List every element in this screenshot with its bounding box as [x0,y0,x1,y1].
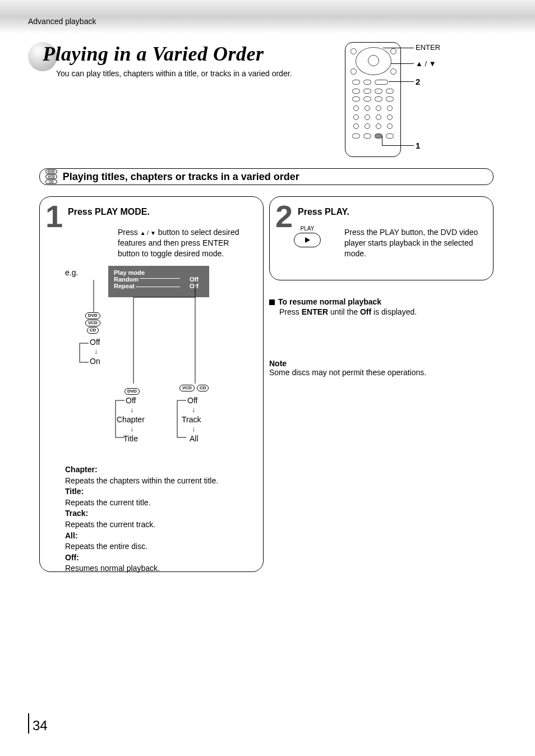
badge-dvd: DVD [85,312,100,319]
badge-dvd: DVD [45,169,57,174]
note-heading: Note [269,359,287,368]
repeat-dvd-chapter: Chapter [117,415,145,424]
step-2-title: Press PLAY. [298,207,481,217]
page-subtitle: You can play titles, chapters within a t… [56,69,336,78]
osd-header: Play mode [114,269,204,276]
callout-enter: ENTER [416,43,440,52]
osd-box: Play mode Random Off Repeat Off [108,266,209,297]
badge-cd: CD [87,327,99,334]
callout-2: 2 [416,77,420,86]
play-icon [294,233,321,247]
osd-repeat-label: Repeat [114,283,162,289]
play-button-graphic: PLAY [290,225,324,247]
repeat-vcdcd-off: Off [187,396,197,405]
disc-badges: DVD VCD CD [45,169,57,184]
osd-repeat-value: Off [190,283,199,289]
section-banner: DVD VCD CD Playing titles, chapters or t… [39,168,494,185]
arrow-down-icon: ↓ [130,406,133,414]
arrow-down-icon: ↓ [130,425,133,433]
repeat-dvd-title: Title [123,434,138,443]
svg-marker-13 [305,237,310,243]
up-down-icon: ▲ / ▼ [140,230,156,236]
callout-nav: ▲ / ▼ [416,59,436,68]
random-on: On [90,357,100,366]
remote-diagram: ENTER ▲ / ▼ 2 1 [345,42,457,157]
random-off: Off [90,338,100,347]
breadcrumb: Advanced playback [28,17,96,26]
repeat-vcdcd-track: Track [182,415,201,424]
step-1-title: Press PLAY MODE. [68,207,251,217]
resume-block: To resume normal playback Press ENTER un… [269,297,494,316]
random-badges: DVD VCD CD [85,312,100,334]
callout-1: 1 [416,141,420,150]
repeat-dvd-off: Off [126,396,136,405]
repeat-vcdcd-badges: VCD CD [179,385,209,391]
osd-random-label: Random [114,276,162,283]
step-1-number: 1 [45,198,63,234]
repeat-dvd-badge: DVD [124,385,140,395]
osd-random-value: Off [190,276,199,283]
arrow-down-icon: ↓ [192,406,195,414]
badge-vcd: VCD [45,174,57,179]
title-area: Playing in a Varied Order You can play t… [28,42,336,78]
eg-label: e.g. [65,268,78,277]
step-2-body: Press the PLAY button, the DVD video pla… [344,227,485,259]
note-body: Some discs may not permit these operatio… [269,368,426,377]
play-label: PLAY [290,225,324,232]
badge-cd: CD [45,179,57,184]
section-title: Playing titles, chapters or tracks in a … [63,171,299,183]
bullet-square-icon [269,299,275,305]
note-block: Note Some discs may not permit these ope… [269,359,494,377]
page-number: 34 [28,713,48,734]
step-1-instruction: Press ▲ / ▼ button to select desired fea… [118,227,252,259]
badge-vcd: VCD [85,320,100,326]
page-title: Playing in a Varied Order [43,42,336,66]
arrow-down-icon: ↓ [94,348,98,356]
arrow-down-icon: ↓ [192,425,195,433]
remote-outline [345,42,401,157]
resume-heading: To resume normal playback [278,297,381,306]
repeat-vcdcd-all: All [190,434,199,443]
definitions: Chapter: Repeats the chapters within the… [65,464,245,574]
